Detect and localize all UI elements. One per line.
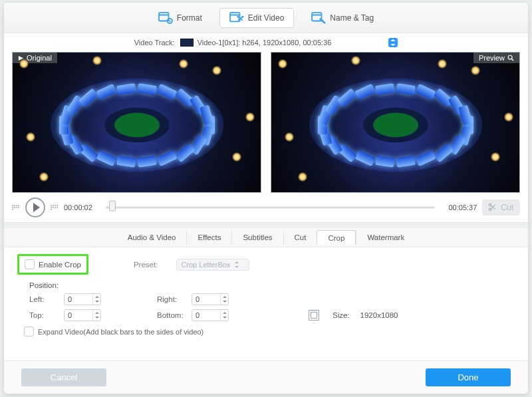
original-pane[interactable]: Original bbox=[12, 52, 261, 193]
svg-point-2 bbox=[169, 20, 170, 21]
stadium-render bbox=[309, 78, 482, 172]
right-label: Right: bbox=[157, 295, 185, 303]
crop-panel: Enable Crop Preset: Crop LetterBox Posit… bbox=[4, 247, 528, 342]
tab-name-tag-label: Name & Tag bbox=[330, 13, 374, 23]
video-track-row: Video Track: Video-1[0x1]: h264, 1920x10… bbox=[4, 33, 528, 52]
svg-line-9 bbox=[512, 59, 514, 61]
tab-edit-video-label: Edit Video bbox=[248, 13, 285, 23]
enable-crop-label: Enable Crop bbox=[39, 261, 81, 269]
time-current: 00:00:02 bbox=[64, 203, 100, 211]
tab-name-tag[interactable]: Name & Tag bbox=[302, 9, 383, 27]
enable-crop-checkbox[interactable] bbox=[25, 259, 35, 269]
svg-point-8 bbox=[508, 55, 512, 59]
video-track-label: Video Track: bbox=[134, 39, 175, 47]
subtab-watermark[interactable]: Watermark bbox=[356, 230, 415, 245]
preset-label: Preset: bbox=[134, 261, 158, 269]
stepper-arrows-icon[interactable] bbox=[92, 310, 100, 321]
transport-bar: 00:00:02 00:05:37 Cut bbox=[4, 193, 528, 222]
expand-video-label: Expand Video(Add black bars to the sides… bbox=[38, 328, 203, 336]
bottom-label: Bottom: bbox=[157, 311, 185, 319]
position-heading: Position: bbox=[29, 281, 517, 289]
svg-point-5 bbox=[241, 15, 243, 17]
play-button[interactable] bbox=[25, 198, 45, 217]
bottom-stepper[interactable]: 0 bbox=[192, 309, 229, 321]
grip-dots bbox=[12, 205, 20, 210]
seek-bar[interactable] bbox=[106, 201, 435, 214]
track-dropdown-icon[interactable] bbox=[388, 38, 398, 47]
scissors-icon bbox=[489, 203, 498, 212]
svg-point-4 bbox=[237, 15, 239, 17]
subtab-subtitles[interactable]: Subtitles bbox=[231, 230, 283, 245]
right-stepper[interactable]: 0 bbox=[192, 293, 229, 305]
top-label: Top: bbox=[29, 311, 57, 319]
section-divider bbox=[4, 222, 528, 227]
preset-value: Crop LetterBox bbox=[181, 261, 230, 269]
svg-point-11 bbox=[489, 208, 491, 210]
expand-video-checkbox[interactable] bbox=[24, 327, 34, 336]
subtab-cut[interactable]: Cut bbox=[283, 230, 317, 245]
preview-tag: Preview bbox=[473, 53, 519, 63]
stepper-arrows-icon[interactable] bbox=[92, 294, 100, 305]
size-label: Size: bbox=[332, 311, 350, 319]
seek-handle[interactable] bbox=[109, 201, 116, 211]
subtab-audio-video[interactable]: Audio & Video bbox=[117, 230, 187, 245]
stepper-arrows-icon[interactable] bbox=[220, 310, 228, 321]
size-icon[interactable] bbox=[309, 310, 319, 321]
size-value: 1920x1080 bbox=[360, 311, 398, 319]
editor-window: Format Edit Video Name & Tag Video Track… bbox=[4, 3, 528, 394]
tab-format-label: Format bbox=[177, 13, 202, 23]
tab-edit-video[interactable]: Edit Video bbox=[219, 8, 295, 28]
top-stepper[interactable]: 0 bbox=[64, 309, 101, 321]
stadium-render bbox=[51, 78, 223, 172]
edit-video-icon bbox=[229, 12, 244, 24]
svg-point-10 bbox=[489, 203, 491, 205]
sub-tab-bar: Audio & Video Effects Subtitles Cut Crop… bbox=[4, 227, 528, 247]
left-label: Left: bbox=[29, 295, 57, 303]
cut-button-label: Cut bbox=[501, 203, 513, 212]
chevron-updown-icon bbox=[235, 261, 240, 268]
time-total: 00:05:37 bbox=[440, 203, 477, 211]
enable-crop-highlight: Enable Crop bbox=[17, 254, 88, 275]
cut-button[interactable]: Cut bbox=[482, 199, 520, 215]
preview-area: Original Preview bbox=[4, 52, 528, 193]
video-track-value: Video-1[0x1]: h264, 1920x1080, 00:05:36 bbox=[198, 39, 332, 47]
position-grid: Position: Left: 0 Right: 0 Top: 0 Bottom… bbox=[29, 281, 517, 321]
cancel-button[interactable]: Cancel bbox=[21, 368, 106, 386]
track-thumbnail bbox=[180, 39, 194, 47]
footer: Cancel Done bbox=[4, 360, 528, 394]
grip-dots bbox=[51, 205, 59, 210]
left-stepper[interactable]: 0 bbox=[64, 293, 101, 305]
video-track-select[interactable]: Video-1[0x1]: h264, 1920x1080, 00:05:36 bbox=[180, 38, 398, 47]
subtab-effects[interactable]: Effects bbox=[186, 230, 231, 245]
done-button[interactable]: Done bbox=[426, 368, 511, 386]
tab-format[interactable]: Format bbox=[149, 9, 211, 27]
top-tab-bar: Format Edit Video Name & Tag bbox=[4, 3, 528, 33]
preset-select[interactable]: Crop LetterBox bbox=[176, 259, 249, 271]
subtab-crop[interactable]: Crop bbox=[317, 230, 356, 245]
stepper-arrows-icon[interactable] bbox=[220, 294, 228, 305]
magnifier-icon bbox=[507, 55, 514, 61]
preview-pane[interactable]: Preview bbox=[271, 52, 520, 193]
name-tag-icon bbox=[311, 12, 326, 24]
format-icon bbox=[158, 12, 173, 24]
